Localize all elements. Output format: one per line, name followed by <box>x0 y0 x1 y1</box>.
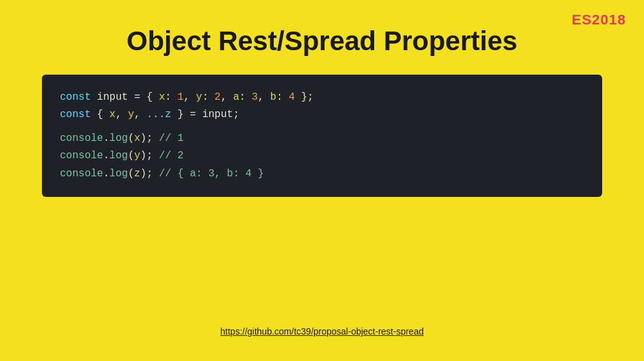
code-block: const input = { x: 1, y: 2, a: 3, b: 4 }… <box>42 75 602 197</box>
code-line-3: console.log(x); // 1 <box>60 130 584 147</box>
keyword-const-2: const <box>60 109 91 120</box>
es2018-badge: ES2018 <box>572 12 626 28</box>
slide: ES2018 Object Rest/Spread Properties con… <box>0 0 644 361</box>
blank-line-1 <box>60 124 584 131</box>
keyword-const-1: const <box>60 91 91 103</box>
github-link[interactable]: https://github.com/tc39/proposal-object-… <box>220 326 424 337</box>
code-line-4: console.log(y); // 2 <box>60 147 584 165</box>
code-line-5: console.log(z); // { a: 3, b: 4 } <box>60 165 584 183</box>
code-line-1: const input = { x: 1, y: 2, a: 3, b: 4 }… <box>60 89 584 106</box>
code-line-2: const { x, y, ...z } = input; <box>60 106 584 124</box>
slide-title: Object Rest/Spread Properties <box>127 26 518 57</box>
